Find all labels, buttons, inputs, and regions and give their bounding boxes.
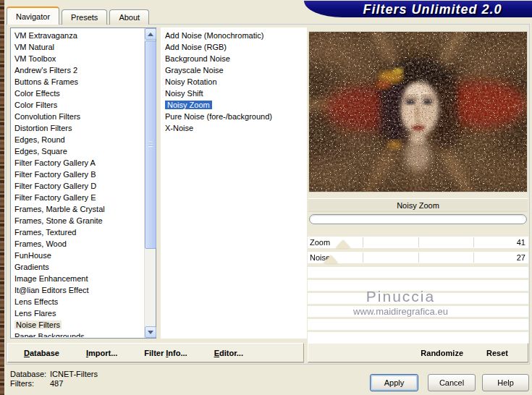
category-item[interactable]: Filter Factory Gallery D [12,180,143,192]
editor-button[interactable]: Editor... [214,349,243,357]
slider-zoom[interactable]: Zoom41 [308,237,528,248]
filter-item[interactable]: Add Noise (Monochromatic) [161,30,307,41]
category-item[interactable]: Buttons & Frames [12,76,143,88]
scroll-up-button[interactable] [145,28,156,40]
category-item[interactable]: Frames, Stone & Granite [12,215,143,226]
category-item[interactable]: Frames, Marble & Crystal [12,203,143,215]
category-item[interactable]: Edges, Square [12,145,143,157]
category-item[interactable]: Frames, Wood [12,238,143,250]
category-item[interactable]: VM Toolbox [12,53,143,64]
apply-button[interactable]: Apply [370,374,418,391]
filter-item[interactable]: Noisy Zoom [161,99,307,111]
filter-listbox[interactable]: Add Noise (Monochromatic)Add Noise (RGB)… [161,27,307,339]
category-item[interactable]: Filter Factory Gallery E [12,192,143,203]
cancel-button[interactable]: Cancel [428,374,476,391]
filter-item[interactable]: Grayscale Noise [161,64,307,76]
filter-item[interactable]: Noisy Shift [161,88,307,99]
category-item[interactable]: VM Natural [12,41,143,53]
filter-info-button[interactable]: Filter Info... [144,349,187,357]
category-item[interactable]: Frames, Textured [12,226,143,238]
randomize-button[interactable]: Randomize [421,349,463,357]
slider-row-empty [308,267,528,278]
category-item[interactable]: Color Filters [12,99,143,111]
status-database-label: Database: [10,370,50,379]
category-item[interactable]: Paper Backgrounds [12,331,143,337]
category-item[interactable]: Lens Flares [12,307,143,319]
slider-row-empty [308,332,528,343]
category-item[interactable]: FunHouse [12,250,143,261]
status-filters-label: Filters: [10,379,50,388]
slider-value: 27 [517,252,525,263]
category-item[interactable]: Filter Factory Gallery B [12,169,143,180]
slider-row-empty [308,306,528,317]
chevron-down-icon [148,331,153,334]
status-filters-value: 487 [50,379,98,388]
left-toolbar: Database Import... Filter Info... Editor… [7,343,304,362]
category-item[interactable]: Gradients [12,261,143,273]
filter-item[interactable]: Background Noise [161,53,307,64]
filter-item[interactable]: Add Noise (RGB) [161,41,307,53]
slider-value: 41 [517,237,525,248]
reset-button[interactable]: Reset [486,349,508,357]
title-banner: Filters Unlimited 2.0 [304,1,532,17]
filter-item[interactable]: Pure Noise (fore-/background) [161,111,307,122]
slider-tick [418,252,419,263]
category-scrollbar[interactable] [144,28,156,338]
slider-tick [363,237,363,247]
progress-bar [309,214,527,224]
preview-caption: Noisy Zoom [308,198,528,212]
tab-bar: Navigator Presets About [7,7,151,25]
category-item[interactable]: Color Effects [12,88,143,99]
slider-tick [363,252,363,263]
status-database-value: ICNET-Filters [50,370,98,379]
tab-presets[interactable]: Presets [62,9,107,25]
category-item[interactable]: Filter Factory Gallery A [12,157,143,169]
help-button[interactable]: Help [482,374,529,391]
slider-row-empty [308,293,528,304]
slider-tick [418,237,419,247]
category-item[interactable]: Andrew's Filters 2 [12,64,143,76]
import-button[interactable]: Import... [86,349,117,357]
scrollbar-thumb[interactable] [145,41,156,249]
category-item[interactable]: Lens Effects [12,296,143,307]
category-item[interactable]: VM Extravaganza [12,30,143,41]
chevron-up-icon [148,33,153,36]
tab-about[interactable]: About [109,9,149,25]
category-item[interactable]: Image Enhancement [12,273,143,284]
slider-label: Zoom [310,237,330,248]
slider-thumb[interactable] [336,240,350,248]
preview-image [308,31,528,192]
filters-unlimited-window: Filters Unlimited 2.0 Navigator Presets … [0,0,532,395]
slider-thumb[interactable] [324,255,338,263]
filter-items: Add Noise (Monochromatic)Add Noise (RGB)… [161,27,307,134]
slider-row-empty [308,280,528,291]
category-item[interactable]: Distortion Filters [12,122,143,134]
tab-navigator[interactable]: Navigator [7,7,59,25]
category-listbox[interactable]: VM ExtravaganzaVM NaturalVM ToolboxAndre… [10,27,156,339]
slider-panel: Zoom41Noise27 [308,237,528,345]
category-items: VM ExtravaganzaVM NaturalVM ToolboxAndre… [12,30,143,337]
filter-item[interactable]: X-Noise [161,122,307,134]
scroll-down-button[interactable] [145,326,156,338]
slider-tick [473,252,474,263]
status-area: Database: ICNET-Filters Filters: 487 [10,370,98,388]
category-item[interactable]: Convolution Filters [12,111,143,122]
slider-tick [473,237,474,247]
database-button[interactable]: Database [24,349,59,357]
category-item[interactable]: It@lian Editors Effect [12,284,143,296]
category-item[interactable]: Noise Filters [12,319,143,331]
window-title: Filters Unlimited 2.0 [340,2,525,17]
right-toolbar: Randomize Reset [308,343,528,362]
category-item[interactable]: Edges, Round [12,134,143,145]
background-canvas-strip [0,0,4,395]
slider-noise[interactable]: Noise27 [308,252,528,263]
slider-row-empty [308,319,528,330]
filter-item[interactable]: Noisy Rotation [161,76,307,88]
